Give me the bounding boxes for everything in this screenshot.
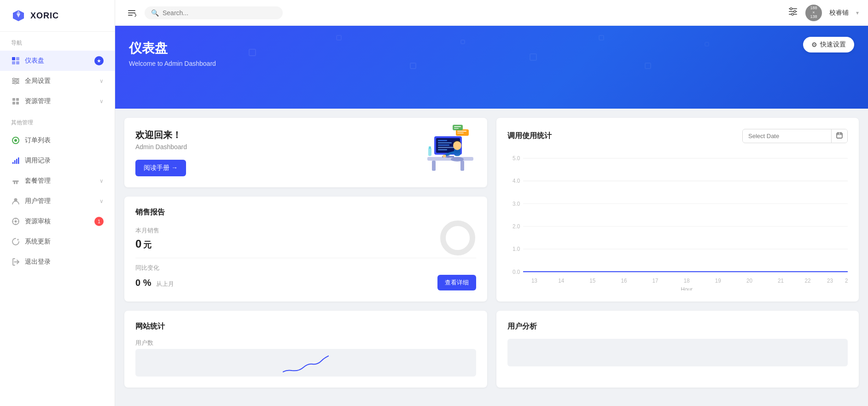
svg-point-94 — [443, 223, 472, 253]
sidebar-item-global-settings-label: 全局设置 — [25, 77, 95, 85]
banner-decorations — [115, 26, 868, 109]
svg-rect-62 — [428, 148, 431, 156]
svg-rect-13 — [16, 102, 19, 104]
header: 🔍 188×138 校睿铺 ▾ — [115, 0, 868, 26]
sidebar-item-resource-review[interactable]: 资源审核 1 — [0, 211, 115, 232]
user-analysis-card: 用户分析 — [496, 311, 859, 388]
sales-divider — [135, 258, 476, 258]
svg-rect-51 — [438, 149, 447, 151]
monthly-number: 0 — [135, 238, 141, 250]
svg-rect-57 — [454, 128, 459, 129]
sidebar-item-orders[interactable]: 订单列表 — [0, 130, 115, 151]
svg-text:23: 23 — [827, 277, 833, 284]
view-detail-button[interactable]: 查看详细 — [437, 275, 476, 290]
read-manual-button[interactable]: 阅读手册 → — [135, 160, 186, 176]
global-settings-icon — [11, 76, 20, 86]
svg-rect-56 — [454, 126, 461, 127]
sidebar-item-resource-management-label: 资源管理 — [25, 97, 95, 105]
user-count-chart-placeholder — [135, 349, 476, 377]
welcome-card: 欢迎回来！ Admin Dashboard 阅读手册 → — [124, 118, 487, 187]
resource-review-icon — [11, 217, 20, 226]
svg-rect-48 — [438, 142, 452, 144]
yoy-value-group: 0 % 从上月 — [135, 278, 174, 288]
user-count-label: 用户数 — [135, 339, 476, 347]
svg-rect-63 — [429, 146, 431, 149]
welcome-illustration — [418, 122, 478, 173]
svg-rect-42 — [460, 161, 464, 171]
resource-review-badge: 1 — [94, 217, 104, 226]
svg-point-8 — [17, 80, 18, 82]
svg-rect-41 — [432, 161, 436, 171]
svg-point-25 — [15, 220, 17, 223]
date-select-input[interactable] — [743, 130, 831, 142]
svg-rect-12 — [12, 102, 15, 104]
search-input[interactable] — [163, 9, 276, 17]
sidebar-item-call-records[interactable]: 调用记录 — [0, 151, 115, 171]
svg-text:17: 17 — [652, 277, 658, 284]
user-count-chart-svg — [283, 351, 329, 374]
svg-rect-0 — [12, 57, 15, 60]
system-update-icon — [11, 237, 20, 246]
sidebar-item-user-management[interactable]: 用户管理 ∨ — [0, 191, 115, 211]
sales-donut-chart — [439, 220, 476, 258]
banner: 仪表盘 Welcome to Admin Dashboard ⚙ 快速设置 — [115, 26, 868, 109]
illustration-svg — [418, 122, 478, 173]
user-management-icon — [11, 197, 20, 206]
svg-rect-64 — [837, 133, 842, 138]
user-dropdown-icon[interactable]: ▾ — [856, 10, 859, 16]
svg-rect-40 — [427, 157, 473, 161]
date-select-wrapper — [742, 129, 848, 143]
sidebar-item-logout[interactable]: 退出登录 — [0, 252, 115, 272]
svg-text:21: 21 — [778, 277, 784, 284]
svg-rect-2 — [12, 61, 15, 64]
sidebar-item-system-update[interactable]: 系统更新 — [0, 232, 115, 252]
svg-rect-21 — [14, 180, 15, 184]
svg-rect-55 — [453, 125, 463, 130]
sidebar-item-package-management[interactable]: 套餐管理 ∨ — [0, 171, 115, 191]
svg-rect-47 — [438, 140, 447, 141]
orders-icon — [11, 136, 20, 145]
svg-rect-54 — [457, 133, 464, 133]
svg-point-39 — [792, 13, 793, 15]
svg-text:2.0: 2.0 — [513, 223, 520, 230]
sidebar-logo: XORIC — [0, 0, 115, 32]
svg-rect-33 — [128, 15, 133, 16]
sidebar-item-user-management-label: 用户管理 — [25, 197, 95, 205]
header-filter-icon[interactable] — [788, 6, 798, 19]
svg-rect-17 — [14, 160, 16, 164]
other-section-label: 其他管理 — [0, 111, 115, 130]
svg-text:22: 22 — [804, 277, 810, 284]
search-wrapper: 🔍 — [145, 6, 283, 19]
sidebar-item-resource-review-label: 资源审核 — [25, 217, 90, 226]
chart-card: 调用使用统计 — [496, 118, 859, 302]
svg-text:15: 15 — [589, 277, 595, 284]
quick-settings-button[interactable]: ⚙ 快速设置 — [803, 37, 854, 52]
monthly-unit: 元 — [143, 239, 151, 250]
svg-text:20: 20 — [746, 277, 752, 284]
resource-management-arrow: ∨ — [99, 98, 104, 104]
sidebar-item-system-update-label: 系统更新 — [25, 238, 104, 246]
svg-rect-18 — [16, 159, 17, 164]
sidebar-item-dashboard[interactable]: 仪表盘 ★ — [0, 51, 115, 71]
svg-rect-53 — [457, 131, 466, 132]
resource-management-icon — [11, 97, 20, 106]
main-area: 🔍 188×138 校睿铺 ▾ — [115, 0, 868, 406]
svg-rect-32 — [128, 12, 135, 13]
chart-area: 5.0 4.0 3.0 2.0 1.0 0.0 — [507, 152, 848, 290]
calendar-icon[interactable] — [831, 129, 847, 143]
sidebar: XORIC 导航 仪表盘 ★ 全局设置 ∨ — [0, 0, 115, 406]
package-management-arrow: ∨ — [99, 178, 104, 184]
yoy-row: 0 % 从上月 查看详细 — [135, 275, 476, 290]
collapse-icon — [127, 8, 136, 17]
website-stats-card: 网站统计 用户数 — [124, 311, 487, 388]
sidebar-item-resource-management[interactable]: 资源管理 ∨ — [0, 91, 115, 111]
svg-text:1.0: 1.0 — [513, 246, 520, 253]
sidebar-item-global-settings[interactable]: 全局设置 ∨ — [0, 71, 115, 91]
avatar[interactable]: 188×138 — [805, 5, 822, 21]
user-name[interactable]: 校睿铺 — [829, 9, 849, 17]
dashboard-badge: ★ — [94, 56, 104, 65]
svg-rect-1 — [16, 57, 19, 60]
collapse-button[interactable] — [124, 6, 139, 20]
sidebar-item-call-records-label: 调用记录 — [25, 157, 104, 165]
sidebar-item-dashboard-label: 仪表盘 — [25, 57, 90, 65]
